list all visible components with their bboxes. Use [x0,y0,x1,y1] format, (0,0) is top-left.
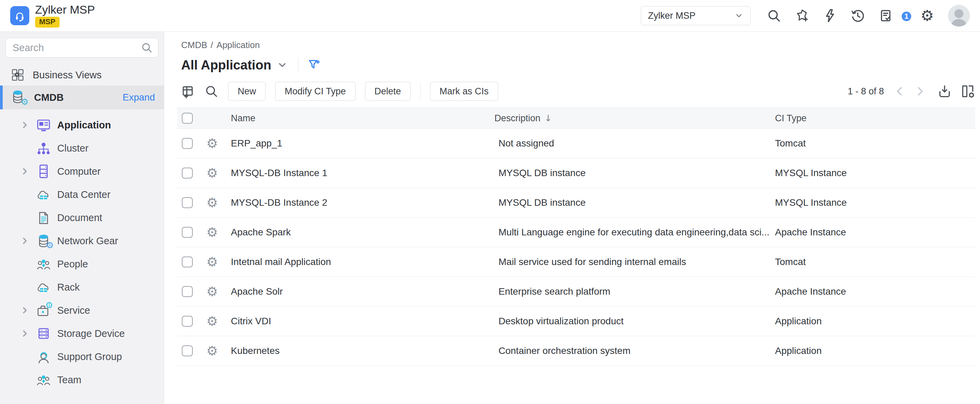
table-row[interactable]: ⚙ Apache Solr Enterprise search platform… [177,277,975,307]
row-checkbox[interactable] [182,345,193,356]
breadcrumb-separator: / [211,40,213,51]
gear-icon[interactable]: ⚙ [920,8,934,23]
tree-item-label: Team [57,374,81,386]
tree-item-label: Storage Device [57,328,125,339]
sidebar-item-cmdb[interactable]: ⚙ CMDB Expand [0,86,164,109]
tree-item-service[interactable]: ⚙ Service [0,299,164,322]
row-checkbox[interactable] [182,286,193,297]
row-gear-icon[interactable]: ⚙ [197,167,227,180]
table-row[interactable]: ⚙ Citrix VDI Desktop virtualization prod… [177,307,975,336]
ci-name[interactable]: Apache Solr [227,286,495,297]
sidebar-search-input[interactable] [13,42,141,54]
quick-add-icon[interactable] [795,8,809,23]
chevron-right-icon[interactable] [20,120,35,130]
filter-add-icon[interactable] [307,58,321,72]
mark-as-cis-button[interactable]: Mark as CIs [430,82,498,101]
ci-type: Tomcat [771,256,975,267]
row-checkbox[interactable] [182,197,193,208]
ci-name[interactable]: Apache Spark [227,227,495,238]
ci-name[interactable]: Citrix VDI [227,316,495,327]
table-row[interactable]: ⚙ Kubernetes Container orchestration sys… [177,336,975,366]
row-checkbox[interactable] [182,168,193,178]
tree-item-label: Rack [57,282,80,293]
tree-item-computer[interactable]: Computer [0,160,164,183]
breadcrumb-application[interactable]: Application [216,40,260,51]
row-checkbox[interactable] [182,316,193,327]
tree-item-document[interactable]: Document [0,206,164,229]
table-row[interactable]: ⚙ ERP_app_1 Not assigned Tomcat [177,129,975,158]
org-selector-value: Zylker MSP [648,11,696,21]
column-header-name[interactable]: Name [227,113,495,124]
ci-type: Application [771,345,975,356]
app-title: Zylker MSP [35,4,95,16]
row-gear-icon[interactable]: ⚙ [197,196,227,209]
ci-name[interactable]: Kubernetes [227,345,495,356]
select-all-checkbox[interactable] [182,113,193,124]
table-row[interactable]: ⚙ Apache Spark Multi Language engine for… [177,218,975,247]
table-row[interactable]: ⚙ MYSQL-DB Instance 1 MYSQL DB instance … [177,158,975,188]
row-checkbox[interactable] [182,227,193,238]
delete-button[interactable]: Delete [365,82,410,101]
row-gear-icon[interactable]: ⚙ [197,137,227,150]
history-icon[interactable] [851,8,865,23]
chevron-right-icon[interactable] [20,328,35,339]
service-icon: ⚙ [35,302,52,318]
chevron-right-icon[interactable] [20,166,35,177]
tree-item-rack[interactable]: Rack [0,275,164,299]
sort-desc-icon[interactable]: ↓ [544,113,552,123]
org-selector[interactable]: Zylker MSP [641,6,751,25]
chevron-right-icon[interactable] [20,236,35,246]
next-page-icon[interactable] [914,85,926,97]
column-header-ci-type[interactable]: CI Type [771,113,975,124]
table-row[interactable]: ⚙ MYSQL-DB Instance 2 MYSQL DB instance … [177,188,975,218]
ci-type: Application [771,316,975,327]
tree-item-data-center[interactable]: Data Center [0,183,164,206]
tree-item-cluster[interactable]: Cluster [0,137,164,160]
prev-page-icon[interactable] [894,85,906,97]
ci-description: Multi Language engine for executing data… [495,227,771,238]
chevron-right-icon[interactable] [20,305,35,315]
tree-item-application[interactable]: Application [0,113,164,137]
tree-item-people[interactable]: People [0,253,164,275]
ci-table: Name Description ↓ CI Type ⚙ ERP_app_1 N… [177,108,975,366]
tree-item-network-gear[interactable]: ⚙ Network Gear [0,229,164,253]
row-checkbox[interactable] [182,256,193,267]
lightning-icon[interactable] [822,8,837,23]
tree-item-label: Network Gear [57,235,118,247]
tree-item-label: Computer [57,166,100,177]
cmdb-expand-link[interactable]: Expand [123,92,155,103]
ci-name[interactable]: MYSQL-DB Instance 1 [227,168,495,178]
search-icon[interactable] [767,8,781,23]
search-icon [141,42,153,54]
sidebar-search[interactable] [5,38,158,57]
search-list-icon[interactable] [204,84,219,99]
row-gear-icon[interactable]: ⚙ [197,256,227,269]
avatar[interactable] [948,5,970,27]
new-button[interactable]: New [228,82,266,101]
chevron-down-icon[interactable] [277,60,288,70]
sidebar-item-business-views[interactable]: Business Views [0,64,164,86]
gear-icon: ⚙ [45,301,53,310]
row-gear-icon[interactable]: ⚙ [197,344,227,357]
breadcrumb-cmdb[interactable]: CMDB [181,40,207,51]
sidebar: Business Views ⚙ CMDB Expand [0,32,164,404]
row-gear-icon[interactable]: ⚙ [197,226,227,239]
tree-item-team[interactable]: Team [0,368,164,391]
tree-item-support-group[interactable]: Support Group [0,345,164,368]
ci-name[interactable]: MYSQL-DB Instance 2 [227,197,495,208]
column-header-description[interactable]: Description ↓ [495,113,771,124]
ci-name[interactable]: Intetnal mail Application [227,256,495,267]
row-checkbox[interactable] [182,138,193,149]
table-add-icon[interactable] [181,84,196,99]
task-report-icon[interactable] [878,8,893,23]
table-row[interactable]: ⚙ Intetnal mail Application Mail service… [177,247,975,277]
tree-item-storage-device[interactable]: Storage Device [0,322,164,345]
ci-type: MYSQL Instance [771,168,975,178]
column-settings-icon[interactable] [960,84,975,99]
row-gear-icon[interactable]: ⚙ [197,315,227,328]
tree-item-label: Document [57,212,102,223]
modify-ci-type-button[interactable]: Modify CI Type [275,82,355,101]
download-icon[interactable] [937,84,952,99]
row-gear-icon[interactable]: ⚙ [197,285,227,298]
ci-name[interactable]: ERP_app_1 [227,138,495,149]
